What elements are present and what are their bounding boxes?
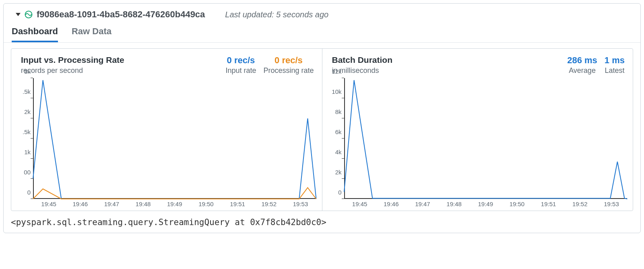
x-tick-label: 19:51: [222, 201, 253, 207]
x-tick-label: 19:48: [438, 201, 470, 207]
x-tick-label: 19:45: [33, 201, 64, 207]
status-running-icon: [25, 10, 33, 19]
x-tick-label: 19:53: [596, 201, 627, 207]
chart-card-rate: Input vs. Processing Rate records per se…: [11, 49, 322, 211]
x-tick-label: 19:47: [96, 201, 127, 207]
chart-metrics: 0 rec/s Input rate 0 rec/s Processing ra…: [225, 55, 314, 75]
x-tick-label: 19:46: [376, 201, 407, 207]
x-tick-label: 19:51: [533, 201, 564, 207]
chart-plot-area: 0001k.5k2k.5k3k: [33, 78, 316, 199]
x-axis-ticks: 19:4519:4619:4719:4819:4919:5019:5119:52…: [33, 201, 316, 207]
tab-raw-data[interactable]: Raw Data: [72, 26, 111, 42]
repr-output: <pyspark.sql.streaming.query.StreamingQu…: [4, 214, 640, 233]
chart-title: Batch Duration: [332, 55, 393, 65]
panel-header: f9086ea8-1091-4ba5-8682-476260b449ca Las…: [4, 4, 640, 22]
chart-lines: [344, 78, 627, 199]
chart-lines: [33, 78, 316, 199]
streaming-query-panel: f9086ea8-1091-4ba5-8682-476260b449ca Las…: [3, 3, 641, 233]
x-tick-label: 19:52: [564, 201, 596, 207]
chart-card-duration: Batch Duration in milliseconds 286 ms Av…: [322, 49, 633, 211]
metric-input-rate-label: Input rate: [225, 66, 256, 75]
tab-dashboard[interactable]: Dashboard: [12, 26, 58, 42]
metric-input-rate-value: 0 rec/s: [225, 55, 256, 66]
x-tick-label: 19:47: [407, 201, 438, 207]
metric-latest-label: Latest: [605, 66, 625, 75]
metric-average-value: 286 ms: [567, 55, 597, 66]
x-tick-label: 19:49: [159, 201, 190, 207]
x-tick-label: 19:52: [253, 201, 285, 207]
metric-processing-rate-value: 0 rec/s: [263, 55, 314, 66]
x-tick-label: 19:50: [501, 201, 533, 207]
y-axis-ticks: 02k4k6k8k10k12k: [326, 78, 343, 199]
collapse-caret-icon[interactable]: [16, 13, 21, 16]
charts-row: Input vs. Processing Rate records per se…: [11, 48, 633, 211]
x-tick-label: 19:45: [344, 201, 376, 207]
last-updated-label: Last updated: 5 seconds ago: [225, 10, 328, 19]
x-tick-label: 19:50: [190, 201, 222, 207]
query-id: f9086ea8-1091-4ba5-8682-476260b449ca: [37, 9, 205, 20]
metric-latest-value: 1 ms: [605, 55, 625, 66]
metric-processing-rate-label: Processing rate: [263, 66, 314, 75]
chart-subtitle: records per second: [21, 66, 124, 75]
metric-average-label: Average: [567, 66, 597, 75]
tabs-bar: Dashboard Raw Data: [4, 22, 640, 43]
x-tick-label: 19:46: [64, 201, 96, 207]
x-tick-label: 19:49: [470, 201, 501, 207]
x-axis-ticks: 19:4519:4619:4719:4819:4919:5019:5119:52…: [344, 201, 627, 207]
chart-title: Input vs. Processing Rate: [21, 55, 124, 65]
chart-metrics: 286 ms Average 1 ms Latest: [567, 55, 625, 75]
y-axis-ticks: 0001k.5k2k.5k3k: [15, 78, 31, 199]
x-tick-label: 19:48: [128, 201, 159, 207]
x-tick-label: 19:53: [285, 201, 316, 207]
chart-plot-area: 02k4k6k8k10k12k: [344, 78, 627, 199]
